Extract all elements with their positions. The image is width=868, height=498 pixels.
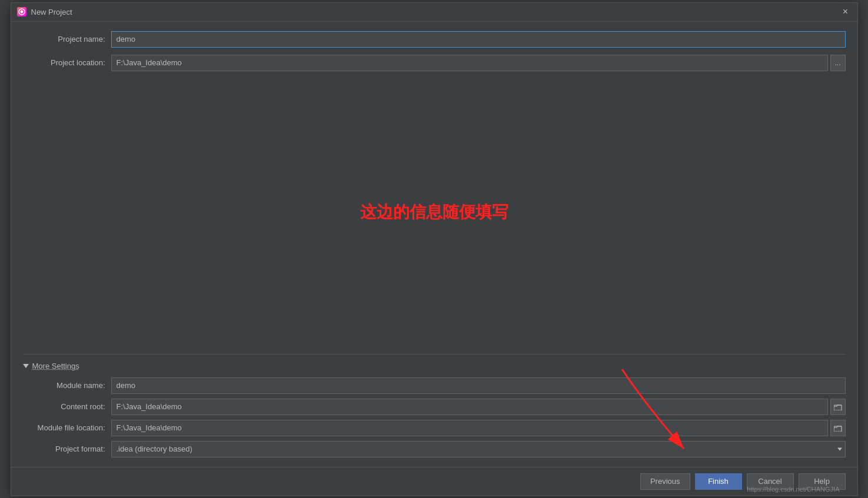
more-settings-label: More Settings bbox=[32, 362, 79, 370]
content-root-row: Content root: bbox=[23, 399, 846, 415]
project-name-label: Project name: bbox=[23, 35, 105, 44]
module-name-input[interactable] bbox=[111, 377, 846, 394]
dialog-title: New Project bbox=[31, 8, 72, 16]
project-format-select-wrap: .idea (directory based) .ipr (file based… bbox=[111, 441, 846, 457]
content-root-input-wrap bbox=[111, 399, 846, 415]
watermark-url: https://blog.csdn.net/CHANGJIA bbox=[747, 486, 839, 493]
content-root-input[interactable] bbox=[111, 399, 828, 415]
module-file-location-input-wrap bbox=[111, 420, 846, 436]
project-name-input[interactable] bbox=[111, 31, 846, 48]
module-file-location-input[interactable] bbox=[111, 420, 828, 436]
title-bar-left: New Project bbox=[17, 7, 72, 16]
app-icon bbox=[17, 7, 26, 16]
project-format-label: Project format: bbox=[23, 444, 105, 453]
dialog-footer: Previous Finish Cancel Help bbox=[11, 467, 857, 496]
new-project-dialog: New Project × Project name: Project loca… bbox=[11, 2, 858, 496]
module-file-location-browse-button[interactable] bbox=[830, 420, 846, 436]
project-location-label: Project location: bbox=[23, 58, 105, 67]
project-location-row: Project location: ... bbox=[23, 55, 846, 71]
main-content-area: 这边的信息随便填写 bbox=[23, 78, 846, 347]
project-location-browse-button[interactable]: ... bbox=[830, 55, 846, 71]
module-name-input-wrap bbox=[111, 377, 846, 394]
project-location-input-wrap: ... bbox=[111, 55, 846, 71]
project-location-input[interactable] bbox=[111, 55, 828, 71]
svg-rect-1 bbox=[834, 405, 842, 410]
dialog-body: Project name: Project location: ... 这边的信… bbox=[11, 22, 857, 467]
content-root-label: Content root: bbox=[23, 402, 105, 411]
project-format-row: Project format: .idea (directory based) … bbox=[23, 441, 846, 457]
content-root-browse-button[interactable] bbox=[830, 399, 846, 415]
title-bar: New Project × bbox=[11, 3, 857, 22]
module-file-location-row: Module file location: bbox=[23, 420, 846, 436]
dialog-overlay: New Project × Project name: Project loca… bbox=[0, 0, 868, 498]
project-name-input-wrap bbox=[111, 31, 846, 48]
close-button[interactable]: × bbox=[840, 6, 852, 18]
project-format-select-container: .idea (directory based) .ipr (file based… bbox=[111, 441, 846, 457]
previous-button[interactable]: Previous bbox=[640, 473, 690, 490]
svg-rect-2 bbox=[834, 426, 842, 432]
project-format-select[interactable]: .idea (directory based) .ipr (file based… bbox=[111, 441, 846, 457]
triangle-expand-icon bbox=[23, 364, 29, 368]
annotation-text: 这边的信息随便填写 bbox=[360, 201, 508, 223]
module-file-location-label: Module file location: bbox=[23, 423, 105, 432]
more-settings-section: More Settings Module name: Content root: bbox=[23, 354, 846, 457]
finish-button[interactable]: Finish bbox=[695, 473, 742, 490]
module-name-row: Module name: bbox=[23, 377, 846, 394]
project-name-row: Project name: bbox=[23, 31, 846, 48]
settings-rows: Module name: Content root: bbox=[23, 377, 846, 457]
more-settings-header[interactable]: More Settings bbox=[23, 362, 846, 370]
module-name-label: Module name: bbox=[23, 381, 105, 390]
